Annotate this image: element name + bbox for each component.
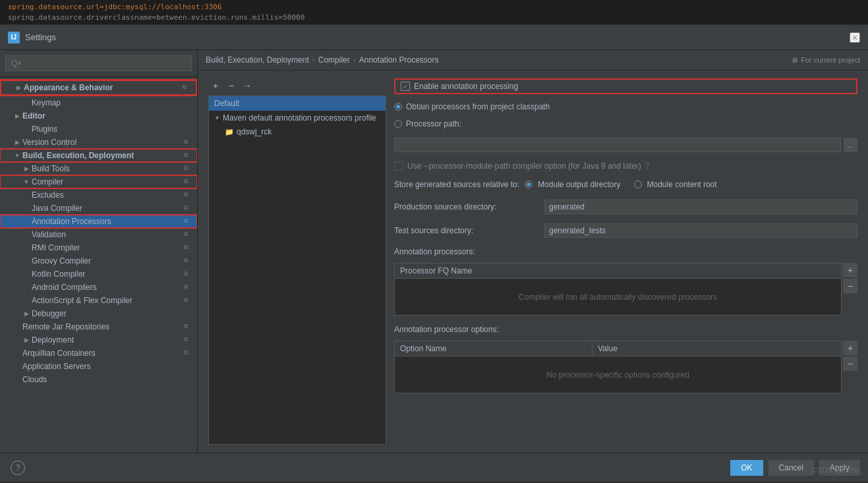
sidebar-item-appearance-behavior[interactable]: Appearance & Behavior ⧉ [0, 80, 197, 96]
add-option-button[interactable]: + [843, 341, 857, 355]
breadcrumb-part3: Annotation Processors [359, 55, 439, 65]
sidebar-item-rmi-compiler[interactable]: RMI Compiler ⧉ [0, 241, 197, 254]
cancel-button[interactable]: Cancel [768, 460, 814, 476]
copy-icon: ⧉ [184, 323, 192, 331]
sidebar-item-label: Deployment [32, 335, 184, 345]
project-label: 🖥 For current project [791, 56, 860, 64]
sidebar-item-build-execution[interactable]: Build, Execution, Deployment ⧉ [0, 149, 197, 162]
help-button[interactable]: ? [11, 461, 25, 475]
breadcrumb-sep2: › [353, 55, 356, 65]
arrow-icon [22, 310, 30, 318]
obtain-processors-radio[interactable] [394, 103, 402, 111]
arrow-icon [14, 84, 22, 92]
sidebar-item-kotlin-compiler[interactable]: Kotlin Compiler ⧉ [0, 268, 197, 281]
copy-icon: ⧉ [184, 349, 192, 357]
sidebar-item-compiler[interactable]: Compiler ⧉ [0, 175, 197, 188]
table-side-buttons: + − [843, 263, 857, 316]
navigate-button[interactable]: → [240, 78, 254, 93]
breadcrumb-part1: Build, Execution, Deployment [206, 55, 309, 65]
search-input[interactable] [5, 55, 192, 71]
annotation-processors-table-area: Processor FQ Name Compiler will run all … [394, 263, 857, 316]
module-output-dir-radio[interactable] [525, 181, 533, 188]
add-processor-button[interactable]: + [843, 263, 857, 277]
list-toolbar: + − → [208, 78, 386, 93]
copy-icon: ⧉ [184, 217, 192, 225]
processor-path-radio[interactable] [394, 120, 402, 128]
store-label: Store generated sources relative to: [394, 180, 519, 189]
sidebar-item-label: Groovy Compiler [32, 256, 184, 266]
add-button[interactable]: + [208, 78, 223, 93]
processor-path-input[interactable] [394, 138, 841, 152]
sidebar-item-validation[interactable]: Validation ⧉ [0, 228, 197, 241]
enable-annotation-checkbox[interactable] [401, 82, 410, 91]
sidebar-item-label: Android Compilers [32, 283, 184, 292]
sidebar-item-keymap[interactable]: Keymap [0, 96, 197, 109]
sidebar-item-deployment[interactable]: Deployment ⧉ [0, 333, 197, 347]
sidebar-item-debugger[interactable]: Debugger [0, 307, 197, 320]
browse-button[interactable]: … [844, 138, 857, 152]
sidebar-item-build-tools[interactable]: Build Tools ⧉ [0, 162, 197, 175]
remove-option-button[interactable]: − [843, 356, 857, 371]
sidebar-item-label: Keymap [32, 98, 192, 107]
options-table-placeholder: No processor-specific options configured [546, 370, 689, 380]
sidebar-item-label: Build, Execution, Deployment [22, 151, 184, 160]
sidebar-item-version-control[interactable]: Version Control ⧉ [0, 136, 197, 149]
enable-annotation-label: Enable annotation processing [414, 82, 518, 91]
left-list-panel: + − → Default ▼ Maven d [208, 78, 386, 445]
list-item-default[interactable]: Default [209, 96, 386, 111]
settings-panel: Enable annotation processing Obtain proc… [394, 78, 857, 445]
processor-list: Default ▼ Maven default annotation proce… [208, 96, 386, 445]
test-sources-row: Test sources directory: [394, 223, 857, 238]
app-icon: IJ [8, 32, 20, 43]
module-content-root-radio[interactable] [634, 181, 642, 188]
test-sources-input[interactable] [544, 223, 857, 238]
copy-icon: ⧉ [184, 152, 192, 159]
project-icon: 🖥 [791, 56, 798, 64]
sidebar-item-arquillian[interactable]: Arquillian Containers ⧉ [0, 347, 197, 360]
use-processor-module-label: Use --processor-module-path compiler opt… [407, 161, 641, 171]
sidebar-item-remote-jar[interactable]: Remote Jar Repositories ⧉ [0, 320, 197, 333]
copy-icon: ⧉ [183, 84, 190, 92]
help-icon: ? [645, 161, 650, 171]
remove-button[interactable]: − [224, 78, 239, 93]
use-processor-module-checkbox[interactable] [394, 161, 403, 171]
sidebar-item-label: RMI Compiler [32, 243, 184, 252]
arrow-icon [13, 152, 21, 159]
sidebar-item-label: ActionScript & Flex Compiler [32, 296, 184, 305]
sidebar-item-label: Debugger [32, 309, 192, 318]
sidebar-item-label: Application Servers [22, 362, 192, 371]
production-sources-input[interactable] [544, 200, 857, 214]
list-item-qdswj[interactable]: 📁 qdswj_rck [209, 125, 386, 138]
sidebar-item-clouds[interactable]: Clouds [0, 373, 197, 386]
bg-code-line2: spring.datasource.driverclassname=betwee… [8, 13, 860, 23]
sidebar-item-actionscript[interactable]: ActionScript & Flex Compiler ⧉ [0, 294, 197, 307]
copy-icon: ⧉ [184, 257, 192, 265]
arrow-icon [22, 99, 30, 107]
copy-icon: ⧉ [184, 165, 192, 173]
copy-icon: ⧉ [184, 283, 192, 291]
sidebar-item-application-servers[interactable]: Application Servers [0, 360, 197, 373]
arrow-icon [13, 138, 21, 146]
test-sources-label: Test sources directory: [394, 226, 539, 235]
processor-path-row: Processor path: [394, 119, 857, 128]
close-button[interactable]: × [850, 32, 860, 43]
folder-icon: 📁 [225, 128, 234, 136]
item-label: Default [214, 99, 239, 108]
copy-icon: ⧉ [184, 191, 192, 199]
item-label: qdswj_rck [237, 127, 272, 136]
copy-icon: ⧉ [184, 138, 192, 146]
sidebar-item-android-compilers[interactable]: Android Compilers ⧉ [0, 281, 197, 294]
table-header: Processor FQ Name [395, 264, 841, 279]
sidebar-item-excludes[interactable]: Excludes ⧉ [0, 188, 197, 202]
list-item-maven-default[interactable]: ▼ Maven default annotation processors pr… [209, 111, 386, 125]
arrow-icon [22, 178, 30, 186]
ok-button[interactable]: OK [730, 460, 763, 476]
sidebar-item-label: Plugins [32, 125, 192, 134]
sidebar-item-groovy-compiler[interactable]: Groovy Compiler ⧉ [0, 254, 197, 268]
remove-processor-button[interactable]: − [843, 279, 857, 293]
sidebar-item-annotation-processors[interactable]: Annotation Processors ⧉ [0, 215, 197, 228]
sidebar-item-java-compiler[interactable]: Java Compiler ⧉ [0, 202, 197, 215]
sidebar-item-editor[interactable]: Editor [0, 109, 197, 123]
expand-arrow-icon: ▼ [214, 115, 220, 121]
sidebar-item-plugins[interactable]: Plugins [0, 123, 197, 136]
